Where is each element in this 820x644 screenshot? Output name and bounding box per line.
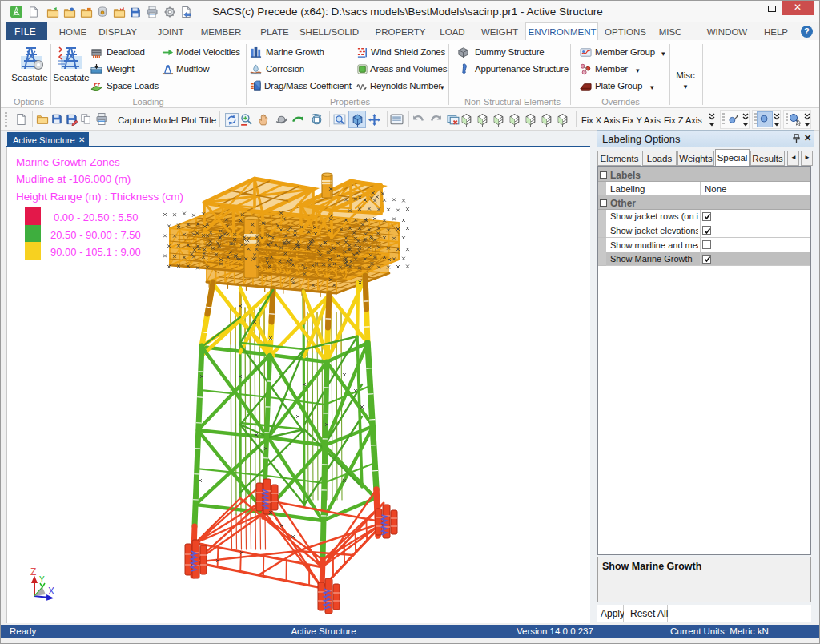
svg-text:Z: Z bbox=[30, 566, 36, 578]
svg-text:Y: Y bbox=[39, 575, 45, 584]
svg-text:X: X bbox=[48, 586, 54, 597]
